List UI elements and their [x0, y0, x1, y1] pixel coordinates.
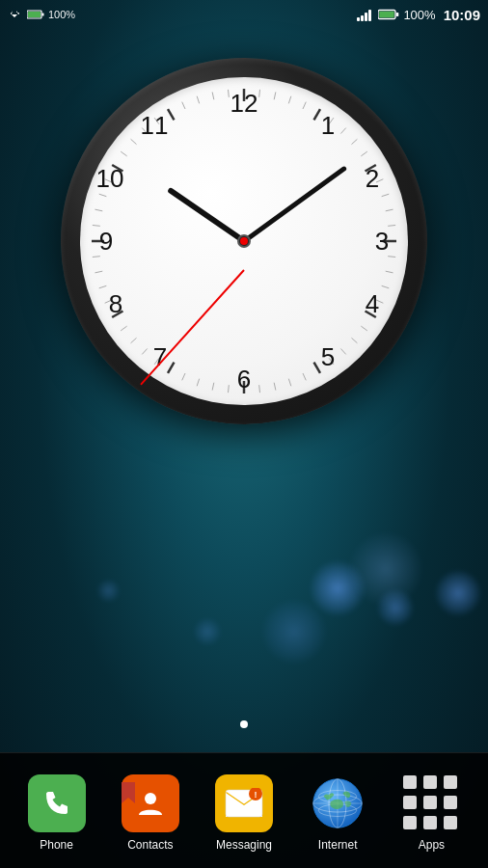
- svg-line-57: [121, 151, 126, 156]
- clock-num-9: 9: [92, 227, 121, 256]
- svg-line-10: [303, 102, 306, 109]
- svg-line-33: [288, 379, 290, 387]
- svg-line-19: [386, 209, 393, 211]
- apps-dot-4: [403, 796, 417, 809]
- contacts-label: Contacts: [127, 838, 173, 852]
- svg-line-62: [182, 102, 185, 109]
- svg-line-22: [388, 257, 395, 258]
- clock-num-3: 3: [367, 227, 396, 256]
- page-indicator: [240, 720, 248, 728]
- svg-rect-4: [380, 12, 395, 18]
- svg-line-18: [382, 194, 390, 196]
- apps-dot-2: [423, 775, 437, 789]
- svg-line-28: [351, 338, 357, 342]
- dock-item-messaging[interactable]: ! Messaging: [197, 774, 290, 852]
- dock-item-phone[interactable]: Phone: [10, 774, 103, 852]
- dock-item-contacts[interactable]: Contacts: [103, 774, 197, 852]
- clock-num-7: 7: [146, 342, 175, 371]
- clock-num-5: 5: [313, 342, 342, 371]
- phone-label: Phone: [40, 838, 73, 852]
- svg-line-15: [361, 151, 366, 156]
- messaging-icon-bg: !: [215, 774, 273, 832]
- battery-main-icon: [378, 9, 399, 20]
- dock-item-apps[interactable]: Apps: [385, 774, 478, 852]
- svg-line-38: [212, 383, 214, 391]
- apps-icon-bg: [402, 774, 460, 832]
- svg-line-54: [99, 194, 107, 196]
- dock: Phone Contacts: [0, 752, 488, 868]
- battery-percent-left: 100%: [48, 9, 75, 20]
- phone-icon: [40, 786, 74, 821]
- clock-num-10: 10: [95, 164, 124, 193]
- clock-num-1: 1: [313, 111, 342, 140]
- svg-rect-2: [42, 14, 44, 16]
- svg-line-34: [274, 383, 276, 391]
- apps-dot-9: [444, 816, 457, 829]
- svg-line-9: [288, 96, 290, 104]
- messaging-label: Messaging: [216, 838, 272, 852]
- battery-small-icon: [27, 10, 44, 19]
- svg-line-53: [95, 209, 102, 211]
- apps-dot-7: [403, 816, 417, 829]
- internet-icon: [312, 777, 364, 829]
- svg-rect-1: [28, 12, 41, 17]
- clock-num-6: 6: [230, 365, 258, 393]
- svg-line-64: [212, 92, 214, 99]
- svg-line-27: [361, 326, 366, 331]
- svg-line-32: [303, 373, 306, 380]
- svg-line-23: [386, 271, 393, 273]
- dock-item-internet[interactable]: Internet: [291, 774, 385, 852]
- svg-line-40: [182, 373, 185, 380]
- svg-line-49: [95, 271, 102, 273]
- status-left: 100%: [8, 8, 75, 21]
- second-center-dot: [240, 237, 248, 245]
- contacts-icon-bg: [122, 774, 179, 832]
- phone-icon-bg: [28, 774, 86, 832]
- svg-rect-5: [396, 13, 399, 16]
- clock-num-11: 11: [140, 111, 169, 140]
- contacts-icon: [133, 786, 168, 821]
- svg-line-24: [382, 285, 390, 287]
- svg-line-63: [197, 96, 199, 104]
- clock-face-inner: 12 1 2 3 4 5 6 7 8 9 10 11: [80, 77, 408, 405]
- clock-time: 10:09: [444, 7, 480, 23]
- contacts-bookmark: [122, 782, 135, 803]
- svg-line-7: [259, 90, 260, 97]
- apps-dot-3: [444, 775, 457, 789]
- signal-bars: [357, 8, 371, 21]
- svg-line-35: [259, 385, 260, 393]
- internet-icon-bg: [309, 774, 366, 832]
- apps-dot-1: [403, 775, 417, 789]
- page-dot-active: [240, 720, 248, 728]
- clock-num-8: 8: [101, 289, 130, 318]
- svg-line-8: [274, 92, 276, 99]
- clock-face-outer: 12 1 2 3 4 5 6 7 8 9 10 11: [61, 58, 427, 424]
- svg-line-48: [99, 285, 107, 287]
- apps-dot-8: [423, 816, 437, 829]
- apps-grid: [403, 775, 459, 831]
- battery-percent: 100%: [403, 8, 435, 22]
- svg-line-39: [197, 379, 199, 387]
- clock-num-4: 4: [358, 289, 387, 318]
- svg-line-45: [121, 326, 126, 331]
- apps-label: Apps: [419, 838, 445, 852]
- svg-line-58: [131, 139, 137, 144]
- clock-num-2: 2: [358, 164, 387, 193]
- svg-text:!: !: [255, 790, 258, 800]
- internet-label: Internet: [318, 838, 358, 852]
- status-right: 100% 10:09: [357, 7, 480, 23]
- svg-line-14: [351, 139, 357, 144]
- svg-line-44: [131, 338, 137, 342]
- svg-line-50: [93, 257, 100, 258]
- messaging-icon: !: [225, 788, 263, 819]
- status-bar: 100% 100% 10:09: [0, 0, 488, 29]
- apps-dot-5: [423, 796, 437, 809]
- usb-icon: [8, 8, 21, 21]
- clock-num-12: 12: [230, 89, 258, 118]
- apps-dot-6: [444, 796, 457, 809]
- clock-widget[interactable]: 12 1 2 3 4 5 6 7 8 9 10 11: [61, 58, 427, 424]
- svg-point-66: [145, 793, 156, 804]
